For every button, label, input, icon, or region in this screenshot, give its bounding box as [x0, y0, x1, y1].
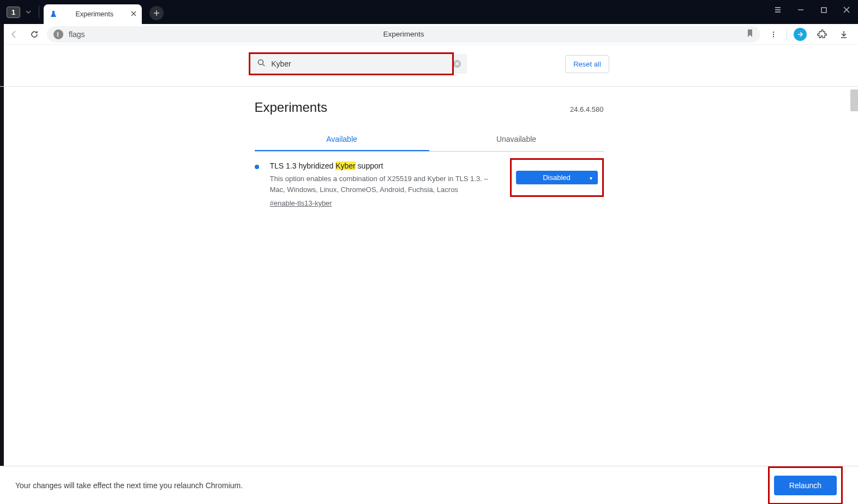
site-info-icon[interactable] — [53, 29, 63, 39]
status-dot-icon — [255, 165, 259, 169]
url-page-title: Experiments — [383, 30, 424, 38]
tab-unavailable[interactable]: Unavailable — [429, 128, 604, 151]
addressbar-actions — [765, 26, 853, 43]
maximize-button[interactable] — [812, 1, 835, 19]
browser-tab-active[interactable]: Experiments — [44, 4, 142, 24]
flag-hash-link[interactable]: #enable-tls13-kyber — [270, 199, 332, 207]
bookmark-icon[interactable] — [746, 29, 754, 40]
svg-point-1 — [773, 31, 774, 32]
minimize-button[interactable] — [789, 1, 812, 19]
search-row: Reset all — [0, 45, 858, 75]
flags-search-input[interactable] — [271, 59, 446, 68]
footer-bar: Your changes will take effect the next t… — [0, 466, 858, 504]
flag-description: This option enables a combination of X25… — [270, 173, 499, 195]
back-button[interactable] — [5, 26, 22, 43]
hamburger-menu-icon[interactable] — [766, 1, 789, 19]
flag-state-select[interactable]: Disabled — [516, 171, 598, 184]
tabs-row: Available Unavailable — [255, 128, 604, 152]
divider — [0, 86, 858, 87]
flags-search-box — [250, 54, 452, 74]
flag-info: TLS 1.3 hybridized Kyber support This op… — [270, 161, 499, 208]
relaunch-button[interactable]: Relaunch — [774, 476, 837, 495]
footer-message: Your changes will take effect the next t… — [15, 481, 243, 490]
browser-content: flags Experiments — [0, 24, 858, 504]
reload-button[interactable] — [26, 26, 43, 43]
downloads-icon[interactable] — [835, 26, 853, 43]
flag-title-highlight: Kyber — [335, 161, 356, 170]
page-body: Reset all Experiments 24.6.4.580 Availab… — [0, 45, 858, 504]
reset-all-button[interactable]: Reset all — [565, 55, 609, 73]
url-text: flags — [69, 30, 85, 39]
select-highlight-box: Disabled ▾ — [510, 158, 604, 197]
scrollbar-thumb[interactable] — [850, 89, 858, 111]
flag-item: TLS 1.3 hybridized Kyber support This op… — [255, 152, 604, 218]
svg-point-2 — [773, 33, 774, 34]
address-bar: flags Experiments — [0, 24, 858, 45]
separator — [39, 6, 39, 18]
tab-counter[interactable]: 1 — [7, 7, 34, 18]
flag-title: TLS 1.3 hybridized Kyber support — [270, 161, 499, 170]
window-controls — [766, 0, 858, 20]
close-window-button[interactable] — [835, 1, 858, 19]
extensions-icon[interactable] — [813, 26, 831, 43]
separator — [787, 28, 787, 40]
svg-point-3 — [773, 35, 774, 37]
page-title: Experiments — [255, 100, 327, 115]
window-titlebar: 1 Experiments — [0, 0, 858, 24]
url-input[interactable]: flags Experiments — [47, 26, 760, 43]
version-label: 24.6.4.580 — [570, 105, 603, 113]
new-tab-button[interactable] — [149, 6, 164, 20]
search-highlight-box — [249, 52, 454, 75]
profile-avatar[interactable] — [791, 26, 809, 43]
svg-rect-0 — [821, 8, 826, 13]
kebab-menu-icon[interactable] — [765, 26, 782, 43]
flag-title-post: support — [356, 161, 383, 170]
close-icon[interactable] — [131, 10, 136, 18]
main-content: Experiments 24.6.4.580 Available Unavail… — [255, 100, 604, 218]
search-icon — [257, 58, 266, 69]
tab-title: Experiments — [62, 10, 127, 18]
svg-point-4 — [259, 60, 263, 65]
flask-icon — [49, 10, 58, 19]
flag-title-pre: TLS 1.3 hybridized — [270, 161, 336, 170]
chevron-down-icon — [22, 7, 34, 17]
tab-available[interactable]: Available — [255, 128, 429, 151]
tab-count-badge: 1 — [7, 7, 20, 18]
relaunch-highlight-box: Relaunch — [768, 466, 843, 505]
